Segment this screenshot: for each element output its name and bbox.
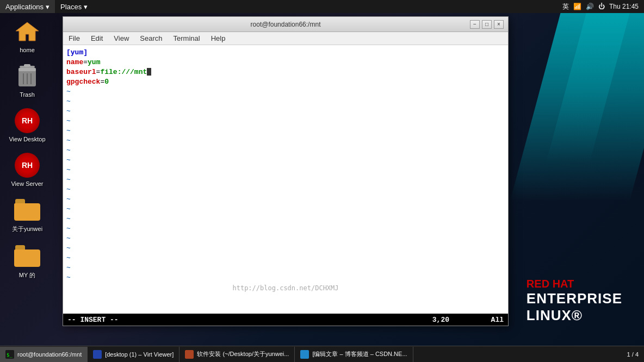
wifi-icon: 📶 (573, 3, 581, 10)
vim-line-3: baseurl=file:///mnt (66, 67, 505, 77)
taskbar-browser-icon (300, 350, 309, 359)
vim-tilde-19: ~ (66, 263, 505, 272)
taskbar-browser-label: [编辑文章 – 博客频道 – CSDN.NE... (312, 350, 407, 358)
view-desktop-label: View Desktop (9, 136, 45, 142)
menu-help[interactable]: Help (206, 32, 231, 45)
taskbar-virt-icon (93, 350, 102, 359)
trash-icon (14, 63, 40, 89)
vim-key-baseurl: baseurl (66, 68, 96, 76)
vim-tilde-20: ~ (66, 272, 505, 282)
home-label: home (20, 47, 35, 53)
desktop-icon-trash[interactable]: Trash (5, 61, 49, 100)
vim-tilde-15: ~ (66, 223, 505, 233)
vim-tilde-1: ~ (66, 86, 505, 96)
desktop-icon-my[interactable]: MY 的 (5, 241, 49, 282)
view-desktop-icon: RH (14, 108, 40, 134)
vim-tilde-2: ~ (66, 96, 505, 106)
places-label: Places (60, 3, 82, 11)
maximize-button[interactable]: □ (482, 20, 492, 29)
trash-label: Trash (20, 91, 35, 98)
vim-tilde-16: ~ (66, 233, 505, 243)
vim-key-name: name (66, 58, 83, 66)
vim-tilde-17: ~ (66, 243, 505, 253)
vim-tilde-8: ~ (66, 155, 505, 165)
vim-tilde-3: ~ (66, 106, 505, 116)
view-server-icon: RH (14, 152, 40, 178)
menu-file[interactable]: File (63, 32, 85, 45)
taskbar-item-virt-viewer[interactable]: [desktop (1) – Virt Viewer] (88, 347, 179, 362)
taskbar-item-terminal[interactable]: $_ root@foundation66:/mnt (0, 347, 88, 362)
vim-key-gpgcheck: gpgcheck (66, 78, 100, 86)
vim-tilde-11: ~ (66, 184, 505, 194)
vim-line-4: gpgcheck=0 (66, 77, 505, 86)
menu-terminal[interactable]: Terminal (168, 32, 206, 45)
taskbar-right: 1 / 4 (627, 351, 644, 358)
desktop-icon-about-yunwei[interactable]: 关于yunwei (5, 195, 49, 235)
taskbar: $_ root@foundation66:/mnt [desktop (1) –… (0, 346, 644, 362)
vim-tilde-9: ~ (66, 165, 505, 174)
vim-value-name: yum (88, 58, 100, 66)
vim-value-baseurl: file:///mnt (100, 68, 147, 76)
terminal-content-area[interactable]: [yum] name=yum baseurl=file:///mnt gpgch… (63, 45, 508, 314)
vim-tilde-4: ~ (66, 116, 505, 126)
menu-edit[interactable]: Edit (85, 32, 108, 45)
desktop: RED HAT ENTERPRISE LINUX® Applications ▾… (0, 0, 644, 362)
top-menubar: Applications ▾ Places ▾ 英 📶 🔊 ⏻ Thu 21:4… (0, 0, 644, 13)
vim-value-gpgcheck: 0 (104, 78, 109, 86)
volume-icon: 🔊 (586, 3, 594, 10)
page-indicator: 1 / 4 (627, 351, 639, 358)
view-server-label: View Server (11, 180, 43, 187)
menu-view[interactable]: View (108, 32, 134, 45)
menu-search[interactable]: Search (134, 32, 168, 45)
vim-mode-indicator: -- INSERT -- (67, 316, 432, 324)
about-yunwei-icon (14, 197, 40, 223)
watermark-text: http://blog.csdn.net/DCHXMJ (232, 284, 338, 292)
my-icon (14, 243, 40, 269)
taskbar-software-icon (185, 350, 194, 359)
clock: Thu 21:45 (609, 3, 639, 10)
about-yunwei-label: 关于yunwei (12, 225, 42, 233)
vim-tilde-10: ~ (66, 174, 505, 184)
places-menu[interactable]: Places ▾ (55, 0, 93, 13)
terminal-title: root@foundation66:/mnt (251, 21, 321, 28)
minimize-button[interactable]: − (470, 20, 480, 29)
taskbar-software-label: 软件安装 (~/Desktop/关于yunwei... (197, 350, 289, 358)
desktop-icon-home[interactable]: home (5, 16, 49, 55)
language-indicator[interactable]: 英 (562, 2, 569, 11)
vim-tilde-5: ~ (66, 126, 505, 135)
taskbar-terminal-icon: $_ (5, 350, 14, 359)
vim-tilde-13: ~ (66, 204, 505, 214)
taskbar-item-browser[interactable]: [编辑文章 – 博客频道 – CSDN.NE... (295, 347, 413, 362)
terminal-menubar: File Edit View Search Terminal Help (63, 32, 508, 45)
vim-statusbar: -- INSERT -- 3,20 All (63, 314, 508, 326)
home-icon (14, 18, 40, 45)
redhat-line2: ENTERPRISE (527, 290, 622, 307)
terminal-window: root@foundation66:/mnt − □ × File Edit V… (63, 16, 509, 326)
power-icon: ⏻ (598, 3, 605, 10)
redhat-line3: LINUX® (527, 307, 622, 324)
close-button[interactable]: × (494, 20, 504, 29)
svg-rect-2 (24, 64, 30, 67)
svg-rect-4 (18, 68, 36, 71)
vim-tilde-12: ~ (66, 194, 505, 204)
vim-line-1: [yum] (66, 47, 505, 57)
vim-position: 3,20 (432, 316, 449, 324)
desktop-icon-view-desktop[interactable]: RH View Desktop (5, 105, 49, 145)
taskbar-terminal-label: root@foundation66:/mnt (17, 351, 82, 358)
desktop-icon-view-server[interactable]: RH View Server (5, 150, 49, 189)
svg-marker-0 (16, 22, 39, 41)
vim-cursor (147, 68, 151, 76)
terminal-titlebar: root@foundation66:/mnt − □ × (63, 17, 508, 32)
redhat-line1: RED HAT (527, 277, 622, 290)
redhat-logo: RED HAT ENTERPRISE LINUX® (527, 277, 622, 324)
taskbar-item-software[interactable]: 软件安装 (~/Desktop/关于yunwei... (179, 347, 295, 362)
my-label: MY 的 (19, 271, 35, 279)
applications-menu[interactable]: Applications ▾ (0, 0, 55, 13)
vim-section-bracket: [yum] (66, 48, 88, 57)
svg-text:$_: $_ (7, 352, 13, 358)
desktop-icons-container: home Trash RH View Deskto (5, 16, 49, 282)
top-bar-right: 英 📶 🔊 ⏻ Thu 21:45 (562, 2, 644, 11)
vim-tilde-7: ~ (66, 145, 505, 155)
places-arrow: ▾ (84, 3, 88, 11)
taskbar-virt-label: [desktop (1) – Virt Viewer] (105, 351, 174, 358)
